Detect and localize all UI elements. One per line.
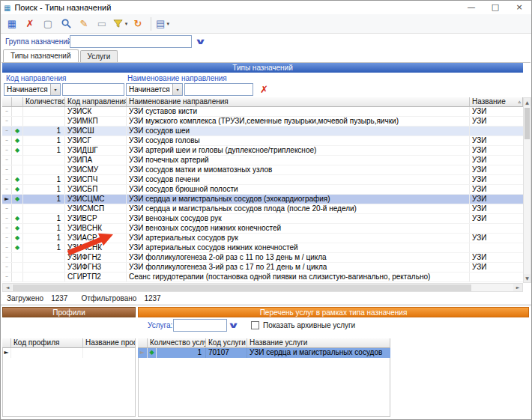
diamond-icon: ◆ <box>12 214 23 223</box>
name-cell: УЗИ сердца и магистральных сосудов (эхок… <box>127 195 470 204</box>
service-input[interactable] <box>173 319 227 332</box>
header-service-code[interactable]: Код услуги <box>206 338 247 348</box>
row-dash-icon: – <box>2 107 12 116</box>
table-row[interactable]: –УЗИСМУУЗИ сосудов матки и миоматозных у… <box>2 165 523 175</box>
name-cell: УЗИ почечных артерий <box>127 156 470 165</box>
header-qty[interactable]: Количество <box>23 97 65 107</box>
table-row[interactable]: –◆1УЗИСШУЗИ сосудов шеи <box>2 127 523 136</box>
qty-cell <box>23 204 65 213</box>
status-bar: Загружено1237Отфильтровано1237 <box>7 294 161 302</box>
scroll-right-icon[interactable]: ► <box>513 284 522 291</box>
window-controls: — □ × <box>459 1 531 14</box>
vertical-scrollbar[interactable]: ▲ ▼ <box>523 97 531 283</box>
name-cell: УЗИ мужского комплекса (ТРУЗИ,семенные п… <box>127 117 470 126</box>
table-row[interactable]: –СГИРТП2Сеанс гирудотерапии (постановка … <box>2 273 523 282</box>
maximize-button[interactable]: □ <box>483 1 507 14</box>
profiles-grid-header: Код профиля Название профиля <box>2 338 136 348</box>
name-cell: УЗИ артерий шеи и головы (дуплексное/три… <box>127 146 470 155</box>
qty-cell <box>23 156 65 165</box>
row-dash-icon: – <box>2 156 12 165</box>
table-row[interactable]: –УЗИСМСПУЗИ сердца и магистральных сосуд… <box>2 204 523 214</box>
header-type[interactable]: Название▵ <box>470 97 523 107</box>
close-button[interactable]: × <box>507 1 531 14</box>
filtered-count: 1237 <box>144 294 160 302</box>
layout-button[interactable]: ▤▾ <box>154 16 171 32</box>
table-row[interactable]: –УЗИПАУЗИ почечных артерийУЗИ <box>2 156 523 165</box>
header-marker-column[interactable] <box>2 97 12 107</box>
filter-button[interactable]: ▾ <box>112 16 128 32</box>
header-marker-column[interactable] <box>138 338 148 348</box>
header-profile-name[interactable]: Название профиля <box>83 338 136 348</box>
table-row[interactable]: –◆1УЗИДШГУЗИ артерий шеи и головы (дупле… <box>2 146 523 156</box>
name-filter-label: Наименование направления <box>127 74 227 82</box>
delete-button[interactable]: ✗ <box>22 16 38 32</box>
header-marker-column[interactable] <box>2 338 11 348</box>
type-cell: УЗИ <box>470 165 523 174</box>
service-qty-cell: 1 <box>157 348 206 358</box>
horizontal-scrollbar[interactable]: ◄ ► <box>2 283 523 292</box>
profile-row[interactable]: ► <box>2 348 136 358</box>
table-row[interactable]: ►◆1УЗИСЦМСУЗИ сердца и магистральных сос… <box>2 195 523 204</box>
tab-services[interactable]: Услуги <box>80 50 118 62</box>
group-input[interactable] <box>70 35 192 48</box>
qty-cell: 1 <box>23 243 65 252</box>
select-record-button[interactable]: ▦ <box>4 16 20 32</box>
operator-value: Начинается <box>127 85 172 94</box>
panel-splitter[interactable] <box>1 304 531 306</box>
group-dropdown-icon[interactable]: ∨ <box>194 37 206 46</box>
qty-cell: 1 <box>23 146 65 155</box>
table-row[interactable]: –УЗИСКУЗИ суставов кистиУЗИ <box>2 107 523 117</box>
tab-assignment-types[interactable]: Типы назначений <box>3 49 79 62</box>
name-filter-input[interactable] <box>184 83 253 96</box>
loaded-count: 1237 <box>51 294 67 302</box>
code-filter-input[interactable] <box>62 83 124 96</box>
table-row[interactable]: –◆1УЗИСГУЗИ сосудов головыУЗИ <box>2 136 523 146</box>
erase-button[interactable]: ▭ <box>94 16 110 32</box>
chevron-down-icon[interactable]: ▾ <box>50 84 60 95</box>
vertical-scroll-thumb[interactable] <box>525 108 530 139</box>
header-type-label: Название <box>472 97 506 106</box>
header-name[interactable]: Наименование направления <box>127 97 470 107</box>
minimize-button[interactable]: — <box>459 1 483 14</box>
refresh-button[interactable]: ↻ <box>130 16 146 32</box>
scroll-up-icon[interactable]: ▲ <box>524 98 531 106</box>
app-icon: ▦ <box>4 4 10 12</box>
eraser-icon: ▭ <box>97 19 106 28</box>
chevron-down-icon[interactable]: ▾ <box>172 84 182 95</box>
type-cell: УЗИ <box>470 185 523 194</box>
new-button[interactable]: ▢ <box>40 16 56 32</box>
table-row[interactable]: –УЗИМКПУЗИ мужского комплекса (ТРУЗИ,сем… <box>2 117 523 127</box>
name-cell: УЗИ фолликулогенеза 2-ой раз с 11 по 13 … <box>127 253 470 262</box>
service-dropdown-icon[interactable]: ∨ <box>227 320 239 330</box>
name-cell: УЗИ сосудов головы <box>127 136 470 145</box>
name-operator-select[interactable]: Начинается ▾ <box>126 83 183 96</box>
name-cell: УЗИ фолликулогенеза 3-ий раз с 17 по 21 … <box>127 263 470 272</box>
diamond-icon: ◆ <box>148 348 157 358</box>
search-button[interactable] <box>58 16 74 32</box>
qty-cell: 1 <box>23 234 65 243</box>
table-row[interactable]: –◆1УЗИСБПУЗИ сосудов брюшной полостиУЗИ <box>2 185 523 195</box>
code-operator-select[interactable]: Начинается ▾ <box>4 83 61 96</box>
edit-button[interactable]: ✎ <box>76 16 92 32</box>
table-row[interactable]: –◆1УЗИСПЧУЗИ сосудов печениУЗИ <box>2 175 523 185</box>
table-row[interactable]: –УЗИФГН3УЗИ фолликулогенеза 3-ий раз с 1… <box>2 263 523 273</box>
horizontal-scroll-thumb[interactable] <box>13 284 471 291</box>
header-profile-code[interactable]: Код профиля <box>11 338 83 348</box>
funnel-icon <box>112 18 124 29</box>
type-cell: УЗИ <box>470 234 523 243</box>
header-service-name[interactable]: Название услуги <box>247 338 390 348</box>
name-cell: УЗИ венозных сосудов рук <box>127 214 470 223</box>
clear-filter-button[interactable]: ✗ <box>260 84 268 95</box>
service-row[interactable]: ►◆170107УЗИ сердца и магистральных сосуд… <box>138 348 390 358</box>
archive-checkbox[interactable] <box>251 321 259 329</box>
header-icon-column[interactable] <box>12 97 23 107</box>
pencil-icon: ✎ <box>80 19 88 28</box>
header-service-qty[interactable]: Количество услуг <box>148 338 206 348</box>
row-dash-icon: – <box>2 234 12 243</box>
header-code[interactable]: Код направления <box>65 97 127 107</box>
code-cell: УЗИСГ <box>65 136 127 145</box>
scroll-down-icon[interactable]: ▼ <box>524 274 531 282</box>
scroll-left-icon[interactable]: ◄ <box>3 284 12 291</box>
name-cell: УЗИ сосудов брюшной полости <box>127 185 470 194</box>
code-cell: УЗИМКП <box>65 117 127 126</box>
